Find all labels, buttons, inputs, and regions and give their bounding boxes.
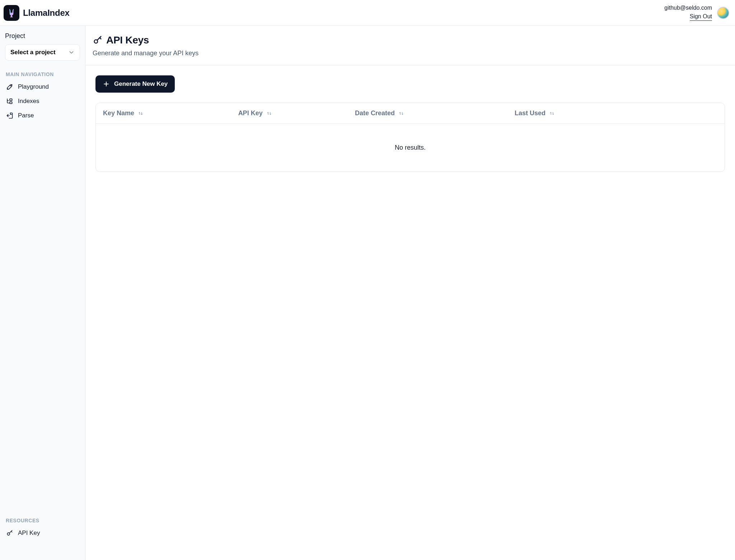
app-header: LlamaIndex github@seldo.com Sign Out (0, 0, 735, 26)
chevron-down-icon (68, 49, 75, 56)
column-label: Last Used (515, 109, 546, 117)
svg-point-1 (7, 89, 8, 89)
project-heading: Project (5, 32, 80, 40)
sort-icon (549, 111, 555, 116)
page-header: API Keys Generate and manage your API ke… (85, 26, 735, 65)
playground-icon (6, 83, 14, 91)
sign-out-link[interactable]: Sign Out (690, 13, 712, 21)
column-label: API Key (238, 109, 263, 117)
main-nav-list: Playground Indexes Parse (5, 81, 80, 122)
nav-item-parse[interactable]: Parse (5, 109, 80, 122)
resources-heading: RESOURCES (6, 518, 79, 523)
brand-logo (4, 5, 19, 21)
table-header-row: Key Name API Key Date Created (96, 103, 725, 124)
llama-icon (6, 8, 17, 18)
brand[interactable]: LlamaIndex (4, 5, 70, 21)
plus-icon (103, 80, 110, 88)
header-right: github@seldo.com Sign Out (664, 5, 729, 21)
key-icon (6, 529, 14, 537)
svg-rect-3 (10, 102, 12, 104)
page-title: API Keys (106, 34, 149, 46)
sort-icon (138, 111, 144, 116)
column-header-api-key[interactable]: API Key (238, 109, 355, 117)
sort-icon (398, 111, 404, 116)
brand-name: LlamaIndex (23, 8, 70, 18)
header-user-block: github@seldo.com Sign Out (664, 5, 712, 21)
indexes-icon (6, 97, 14, 105)
nav-item-api-key[interactable]: API Key (5, 527, 80, 539)
nav-item-label: Indexes (18, 98, 39, 105)
main-content: API Keys Generate and manage your API ke… (85, 26, 735, 560)
nav-item-indexes[interactable]: Indexes (5, 95, 80, 107)
table-empty-state: No results. (96, 124, 725, 172)
api-keys-table: Key Name API Key Date Created (95, 103, 725, 172)
generate-key-button[interactable]: Generate New Key (95, 75, 175, 93)
generate-key-label: Generate New Key (114, 80, 168, 88)
column-header-key-name[interactable]: Key Name (103, 109, 238, 117)
nav-item-playground[interactable]: Playground (5, 81, 80, 93)
resources-nav-list: API Key (5, 527, 80, 539)
nav-item-label: Parse (18, 112, 34, 119)
project-select-label: Select a project (10, 49, 56, 56)
page-subtitle: Generate and manage your API keys (93, 50, 728, 57)
column-label: Date Created (355, 109, 395, 117)
avatar[interactable] (717, 7, 729, 19)
svg-rect-2 (10, 99, 12, 101)
main-nav-heading: MAIN NAVIGATION (6, 71, 79, 77)
project-select[interactable]: Select a project (5, 44, 80, 61)
nav-item-label: API Key (18, 529, 40, 537)
svg-point-0 (11, 84, 12, 85)
column-header-last-used[interactable]: Last Used (515, 109, 668, 117)
column-label: Key Name (103, 109, 134, 117)
user-email: github@seldo.com (664, 5, 712, 11)
key-icon (93, 35, 103, 45)
nav-item-label: Playground (18, 83, 49, 90)
parse-icon (6, 112, 14, 120)
sidebar: Project Select a project MAIN NAVIGATION… (0, 26, 85, 560)
sort-icon (266, 111, 272, 116)
column-header-date-created[interactable]: Date Created (355, 109, 515, 117)
